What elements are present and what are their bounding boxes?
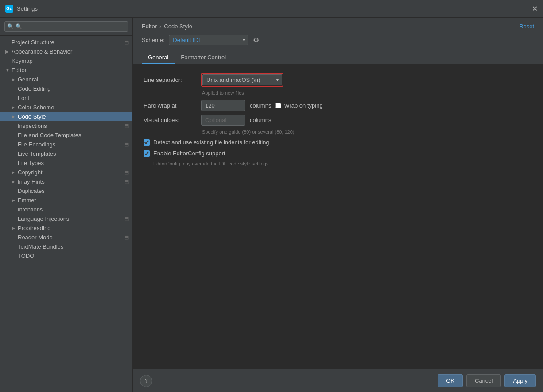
sidebar-item-label: Keymap xyxy=(12,58,33,64)
sidebar-item-label: Editor xyxy=(12,67,27,73)
detect-indent-checkbox[interactable] xyxy=(144,139,150,146)
sidebar-item-label: Appearance & Behavior xyxy=(12,48,72,55)
search-bar: 🔍 xyxy=(0,18,132,36)
main-container: 🔍 Project Structure ⬒ ▶ Appearance & Beh… xyxy=(0,18,543,392)
editorconfig-row: Enable EditorConfig support xyxy=(144,150,532,157)
arrow-icon: ▶ xyxy=(12,198,18,203)
sidebar-item-label: File and Code Templates xyxy=(18,132,81,138)
wrap-on-typing-checkbox[interactable] xyxy=(275,103,281,108)
hard-wrap-label: Hard wrap at xyxy=(144,102,197,109)
tab-formatter-control[interactable]: Formatter Control xyxy=(175,51,232,64)
external-icon: ⬒ xyxy=(124,142,129,147)
sidebar-item-editor[interactable]: ▼ Editor xyxy=(0,65,132,75)
sidebar-item-label: Color Scheme xyxy=(18,104,54,111)
sidebar-item-label: Code Style xyxy=(18,113,46,120)
sidebar-item-project-structure[interactable]: Project Structure ⬒ xyxy=(0,38,132,47)
cancel-button[interactable]: Cancel xyxy=(466,374,501,387)
line-separator-row: Line separator: Unix and macOS (\n) Wind… xyxy=(144,73,532,87)
sidebar-item-label: Intentions xyxy=(18,206,43,213)
sidebar-item-label: Font xyxy=(18,95,29,101)
sidebar-item-appearance-behavior[interactable]: ▶ Appearance & Behavior xyxy=(0,47,132,56)
search-input[interactable] xyxy=(4,21,128,32)
sidebar-item-copyright[interactable]: ▶ Copyright ⬒ xyxy=(0,168,132,177)
sidebar-item-general[interactable]: ▶ General xyxy=(0,75,132,84)
sidebar-item-label: Code Editing xyxy=(18,85,50,92)
arrow-icon: ▶ xyxy=(12,105,18,110)
window-title: Settings xyxy=(17,5,38,12)
sidebar-item-keymap[interactable]: Keymap xyxy=(0,56,132,65)
hard-wrap-row: Hard wrap at columns Wrap on typing xyxy=(144,100,532,111)
sidebar-item-label: Copyright xyxy=(18,169,43,176)
sidebar-item-label: Proofreading xyxy=(18,225,50,231)
sidebar-item-inspections[interactable]: Inspections ⬒ xyxy=(0,121,132,131)
line-sep-select-wrapper: Unix and macOS (\n) Windows (\r\n) Class… xyxy=(202,74,282,85)
ok-button[interactable]: OK xyxy=(438,374,463,387)
content-body: Line separator: Unix and macOS (\n) Wind… xyxy=(133,64,543,369)
detect-indent-label: Detect and use existing file indents for… xyxy=(153,139,269,146)
scheme-row: Scheme: Default IDE ⚙ xyxy=(142,35,534,45)
close-button[interactable]: ✕ xyxy=(532,5,538,12)
sidebar-item-label: TODO xyxy=(18,253,34,259)
breadcrumb-parent: Editor xyxy=(142,23,157,30)
sidebar-item-label: File Types xyxy=(18,160,44,166)
title-bar: Go Settings ✕ xyxy=(0,0,543,18)
wrap-on-typing-label: Wrap on typing xyxy=(284,102,322,109)
sidebar-item-color-scheme[interactable]: ▶ Color Scheme xyxy=(0,103,132,112)
arrow-icon: ▶ xyxy=(12,114,18,119)
sidebar-item-inlay-hints[interactable]: ▶ Inlay Hints ⬒ xyxy=(0,177,132,186)
sidebar-item-label: File Encodings xyxy=(18,141,55,148)
visual-guides-input[interactable] xyxy=(201,115,245,126)
external-icon: ⬒ xyxy=(124,179,129,184)
sidebar-item-textmate-bundles[interactable]: TextMate Bundles xyxy=(0,242,132,251)
line-separator-select[interactable]: Unix and macOS (\n) Windows (\r\n) Class… xyxy=(202,74,282,85)
gear-button[interactable]: ⚙ xyxy=(253,36,259,44)
help-button[interactable]: ? xyxy=(140,375,152,387)
breadcrumb: Editor › Code Style Reset xyxy=(142,23,534,30)
sidebar-item-todo[interactable]: TODO xyxy=(0,251,132,261)
bottom-bar: ? OK Cancel Apply xyxy=(133,369,543,392)
sidebar-item-language-injections[interactable]: Language Injections ⬒ xyxy=(0,214,132,223)
sidebar-item-code-style[interactable]: ▶ Code Style xyxy=(0,112,132,121)
sidebar-item-code-editing[interactable]: Code Editing xyxy=(0,84,132,93)
sidebar-item-label: Reader Mode xyxy=(18,234,53,241)
sidebar-item-reader-mode[interactable]: Reader Mode ⬒ xyxy=(0,233,132,242)
sidebar-item-label: Inlay Hints xyxy=(18,178,45,185)
scheme-select-wrapper: Default IDE xyxy=(169,35,248,45)
sidebar-item-font[interactable]: Font xyxy=(0,93,132,103)
editorconfig-hint: EditorConfig may override the IDE code s… xyxy=(153,161,532,166)
sidebar: 🔍 Project Structure ⬒ ▶ Appearance & Beh… xyxy=(0,18,133,392)
sidebar-item-proofreading[interactable]: ▶ Proofreading xyxy=(0,223,132,233)
reset-button[interactable]: Reset xyxy=(519,23,534,30)
sidebar-item-file-encodings[interactable]: File Encodings ⬒ xyxy=(0,140,132,149)
visual-guides-columns: columns xyxy=(250,117,271,123)
arrow-icon: ▶ xyxy=(12,170,18,175)
scheme-select[interactable]: Default IDE xyxy=(169,35,248,45)
line-separator-label: Line separator: xyxy=(144,77,197,83)
hard-wrap-columns: columns xyxy=(250,102,271,109)
tabs-row: General Formatter Control xyxy=(142,51,534,64)
detect-indent-row: Detect and use existing file indents for… xyxy=(144,139,532,146)
apply-button[interactable]: Apply xyxy=(504,374,536,387)
sidebar-item-duplicates[interactable]: Duplicates xyxy=(0,186,132,196)
hard-wrap-input[interactable] xyxy=(201,100,245,111)
tab-general[interactable]: General xyxy=(142,51,175,64)
external-icon: ⬒ xyxy=(124,234,129,240)
sidebar-item-label: Emmet xyxy=(18,197,36,204)
sidebar-item-file-code-templates[interactable]: File and Code Templates xyxy=(0,131,132,140)
sidebar-item-live-templates[interactable]: Live Templates xyxy=(0,149,132,158)
sidebar-item-file-types[interactable]: File Types xyxy=(0,158,132,168)
sidebar-item-label: TextMate Bundles xyxy=(18,243,63,250)
search-wrapper: 🔍 xyxy=(4,21,128,32)
sidebar-item-intentions[interactable]: Intentions xyxy=(0,205,132,214)
app-icon: Go xyxy=(5,5,13,13)
visual-guides-hint: Specify one guide (80) or several (80, 1… xyxy=(202,129,532,135)
external-icon: ⬒ xyxy=(124,169,129,175)
breadcrumb-child: Code Style xyxy=(164,23,192,30)
sidebar-item-label: Live Templates xyxy=(18,150,56,157)
scheme-label: Scheme: xyxy=(142,37,164,43)
external-icon: ⬒ xyxy=(124,216,129,222)
sidebar-item-emmet[interactable]: ▶ Emmet xyxy=(0,196,132,205)
arrow-icon: ▼ xyxy=(5,68,12,73)
editorconfig-checkbox[interactable] xyxy=(144,150,150,157)
sidebar-item-label: Language Injections xyxy=(18,215,69,222)
